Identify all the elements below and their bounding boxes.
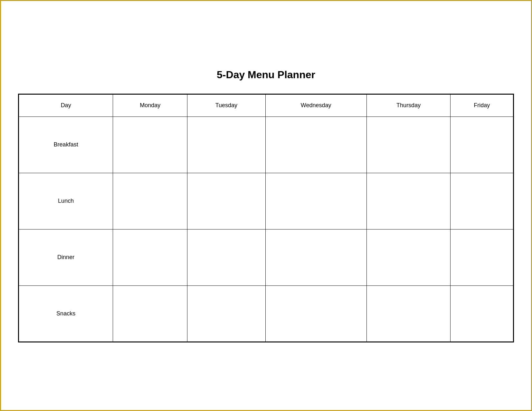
dinner-label: Dinner bbox=[19, 229, 113, 285]
snacks-row: Snacks bbox=[19, 285, 514, 342]
page-container: 5-Day Menu Planner Day Monday Tuesday We… bbox=[12, 59, 520, 352]
page-title: 5-Day Menu Planner bbox=[217, 69, 315, 81]
dinner-tuesday[interactable] bbox=[187, 229, 266, 285]
dinner-monday[interactable] bbox=[113, 229, 187, 285]
col-header-day: Day bbox=[19, 94, 113, 117]
snacks-thursday[interactable] bbox=[366, 285, 451, 342]
lunch-label: Lunch bbox=[19, 173, 113, 229]
col-header-monday: Monday bbox=[113, 94, 187, 117]
breakfast-friday[interactable] bbox=[451, 117, 514, 173]
planner-table: Day Monday Tuesday Wednesday Thursday Fr… bbox=[18, 94, 514, 342]
breakfast-tuesday[interactable] bbox=[187, 117, 266, 173]
breakfast-thursday[interactable] bbox=[366, 117, 451, 173]
dinner-row: Dinner bbox=[19, 229, 514, 285]
header-row: Day Monday Tuesday Wednesday Thursday Fr… bbox=[19, 94, 514, 117]
snacks-label: Snacks bbox=[19, 285, 113, 342]
lunch-monday[interactable] bbox=[113, 173, 187, 229]
dinner-thursday[interactable] bbox=[366, 229, 451, 285]
snacks-wednesday[interactable] bbox=[265, 285, 366, 342]
dinner-friday[interactable] bbox=[451, 229, 514, 285]
lunch-friday[interactable] bbox=[451, 173, 514, 229]
col-header-wednesday: Wednesday bbox=[265, 94, 366, 117]
lunch-thursday[interactable] bbox=[366, 173, 451, 229]
lunch-wednesday[interactable] bbox=[265, 173, 366, 229]
dinner-wednesday[interactable] bbox=[265, 229, 366, 285]
snacks-friday[interactable] bbox=[451, 285, 514, 342]
lunch-tuesday[interactable] bbox=[187, 173, 266, 229]
breakfast-wednesday[interactable] bbox=[265, 117, 366, 173]
snacks-monday[interactable] bbox=[113, 285, 187, 342]
snacks-tuesday[interactable] bbox=[187, 285, 266, 342]
col-header-tuesday: Tuesday bbox=[187, 94, 266, 117]
col-header-thursday: Thursday bbox=[366, 94, 451, 117]
breakfast-label: Breakfast bbox=[19, 117, 113, 173]
breakfast-row: Breakfast bbox=[19, 117, 514, 173]
col-header-friday: Friday bbox=[451, 94, 514, 117]
breakfast-monday[interactable] bbox=[113, 117, 187, 173]
lunch-row: Lunch bbox=[19, 173, 514, 229]
